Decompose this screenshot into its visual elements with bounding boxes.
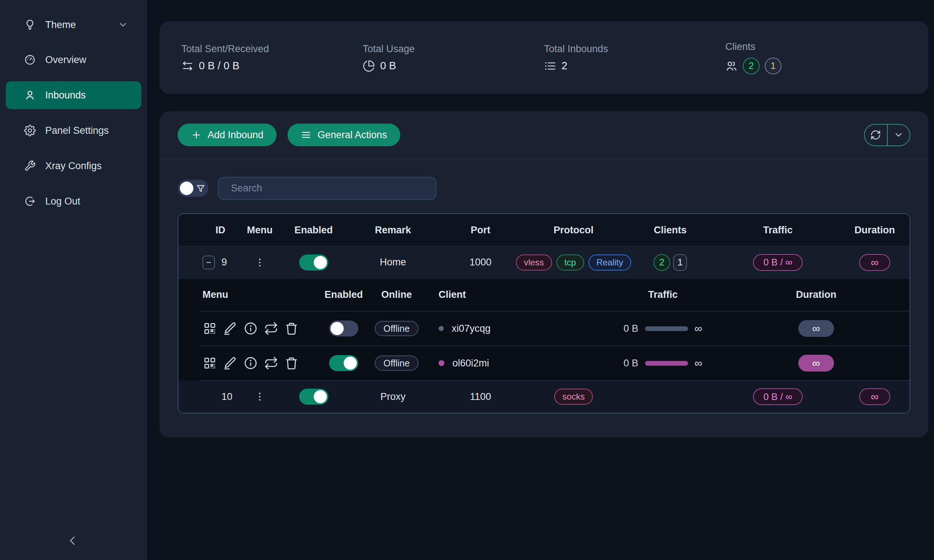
inbounds-panel: Add Inbound General Actions [159,111,929,437]
clients-up-badge: 2 [653,254,670,271]
stat-total-inbounds: Total Inbounds 2 [544,43,725,72]
client-header-row: Menu Enabled Online Client Traffic Durat… [200,278,909,311]
client-traffic-bar [645,326,688,331]
gauge-icon [24,54,36,66]
gear-icon [24,125,36,136]
stat-value: 0 B / 0 B [199,60,239,72]
delete-trash-icon[interactable] [284,356,299,371]
qr-code-icon[interactable] [202,321,217,336]
stat-total-sent-received: Total Sent/Received 0 B / 0 B [181,43,363,72]
actions-toolbar: Add Inbound General Actions [159,111,929,159]
sidebar: Theme Overview Inbounds [0,0,147,560]
client-traffic-bar [645,361,688,366]
client-duration-badge: ∞ [798,355,834,372]
toggle-knob [314,390,327,403]
sidebar-item-label: Overview [45,54,86,66]
duration-badge: ∞ [859,254,890,271]
theme-selector[interactable]: Theme [6,11,141,38]
stat-label: Total Sent/Received [181,43,363,55]
edit-pencil-icon[interactable] [223,356,237,371]
clients-online-badge: 2 [743,58,760,74]
clients-deactive-badge: 1 [765,58,781,74]
col-header-protocol: Protocol [522,225,624,236]
sidebar-item-logout[interactable]: Log Out [6,188,141,215]
toggle-knob [180,182,193,195]
delete-trash-icon[interactable] [284,321,299,336]
client-col-online: Online [369,289,424,300]
add-inbound-button[interactable]: Add Inbound [178,124,277,146]
inbound-row: 10 Proxy 1100 socks 0 B / ∞ [179,381,909,413]
client-col-menu: Menu [200,289,318,300]
qr-code-icon[interactable] [202,356,217,371]
users-icon [725,60,738,72]
bulb-icon [24,19,36,31]
sidebar-collapse-button[interactable] [63,531,82,551]
traffic-badge: 0 B / ∞ [753,254,802,271]
client-traffic-used: 0 B [624,358,638,369]
refresh-split-button [864,124,910,146]
sidebar-item-overview[interactable]: Overview [6,46,141,74]
edit-pencil-icon[interactable] [223,321,237,336]
client-online-status: Offline [375,355,418,371]
reset-traffic-icon[interactable] [264,321,278,336]
client-bullet [439,326,444,331]
sidebar-item-panel-settings[interactable]: Panel Settings [6,117,141,145]
protocol-tags: vless tcp Reality [516,254,631,271]
stat-label: Total Inbounds [544,43,725,55]
wrench-icon [24,160,36,172]
refresh-icon [870,129,881,140]
toggle-knob [344,357,357,370]
inbound-id: 10 [222,391,233,403]
col-header-traffic: Traffic [716,225,840,236]
protocol-tags: socks [554,389,592,405]
col-header-menu: Menu [240,225,280,236]
general-actions-button[interactable]: General Actions [288,124,400,146]
stat-clients: Clients 2 1 [725,41,907,74]
sidebar-item-label: Xray Configs [45,160,102,172]
inbound-id: 9 [222,257,227,268]
inbound-port: 1100 [439,391,522,403]
row-menu-button[interactable] [240,391,280,402]
filter-toggle[interactable] [178,180,208,197]
sidebar-nav: Overview Inbounds Panel Settings [0,46,147,223]
protocol-tag-vless: vless [516,254,552,271]
pie-chart-icon [363,60,375,72]
plus-icon [191,129,202,140]
toggle-knob [331,322,344,335]
reset-traffic-icon[interactable] [264,356,278,371]
sidebar-item-inbounds[interactable]: Inbounds [6,81,141,109]
inbound-port: 1000 [439,257,522,268]
col-header-enabled: Enabled [280,225,347,236]
stat-total-usage: Total Usage 0 B [363,43,544,72]
client-enabled-toggle[interactable] [329,320,358,337]
toggle-knob [314,256,327,269]
client-subtable: Menu Enabled Online Client Traffic Durat… [179,278,909,381]
sidebar-item-xray-configs[interactable]: Xray Configs [6,152,141,180]
sidebar-item-label: Panel Settings [45,125,109,136]
refresh-button[interactable] [865,125,887,145]
search-input[interactable] [218,177,436,200]
info-icon[interactable] [244,356,258,371]
client-enabled-toggle[interactable] [329,355,358,371]
client-col-duration: Duration [756,289,876,300]
clients-total-badge: 1 [673,254,687,271]
client-row: Offline xi07ycqg 0 B ∞ ∞ [200,311,909,346]
sidebar-item-label: Inbounds [45,90,86,101]
client-bullet [439,360,444,366]
inbound-remark: Proxy [347,391,439,403]
col-header-remark: Remark [347,225,439,236]
table-header-row: ID Menu Enabled Remark Port Protocol Cli… [179,214,909,246]
swap-arrows-icon [181,60,194,72]
client-name: ol60i2mi [452,358,489,369]
client-col-enabled: Enabled [318,289,369,300]
row-menu-button[interactable] [240,257,280,268]
inbound-enabled-toggle[interactable] [299,389,328,405]
stat-label: Total Usage [363,43,544,55]
inbound-enabled-toggle[interactable] [299,254,328,271]
collapse-row-button[interactable] [202,255,215,269]
chevron-left-icon [65,533,80,548]
client-traffic-cap: ∞ [695,357,702,369]
info-icon[interactable] [244,321,258,336]
refresh-options-button[interactable] [887,125,910,145]
filter-row [159,159,929,200]
